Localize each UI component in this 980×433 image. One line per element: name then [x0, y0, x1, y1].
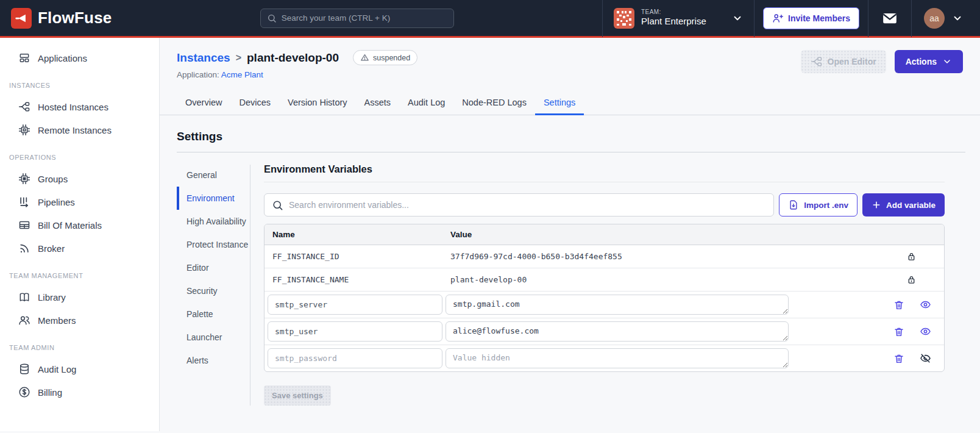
table-row: [265, 345, 944, 371]
subnav-launcher[interactable]: Launcher: [177, 326, 249, 349]
env-var-value: 37f7d969-97cd-4000-b650-b3d4f4eef855: [450, 252, 622, 261]
team-name: Plant Enterprise: [641, 16, 706, 27]
env-var-value-input[interactable]: smtp.gmail.com: [446, 295, 789, 315]
table-row: alice@flowfuse.com: [265, 318, 944, 345]
broker-icon: [18, 242, 30, 254]
table-row: FF_INSTANCE_ID 37f7d969-97cd-4000-b650-b…: [265, 245, 944, 268]
settings-subnav: General Environment High Availability Pr…: [177, 162, 249, 406]
env-variables-table: Name Value FF_INSTANCE_ID 37f7d969-97cd-…: [264, 224, 945, 372]
env-var-name: FF_INSTANCE_ID: [272, 252, 450, 261]
sidebar-item-audit-log[interactable]: Audit Log: [0, 357, 159, 381]
sidebar-item-bill-of-materials[interactable]: Bill Of Materials: [0, 213, 159, 237]
team-selector[interactable]: TEAM: Plant Enterprise: [603, 8, 754, 29]
env-search-input[interactable]: [289, 200, 766, 210]
brand[interactable]: FlowFuse: [11, 8, 112, 29]
tab-version-history[interactable]: Version History: [279, 90, 356, 115]
delete-variable-button[interactable]: [893, 353, 904, 364]
warning-icon: [360, 53, 369, 62]
tab-overview[interactable]: Overview: [177, 90, 230, 115]
sidebar-item-library[interactable]: Library: [0, 285, 159, 309]
sidebar-item-members[interactable]: Members: [0, 309, 159, 332]
env-var-name-input[interactable]: [268, 321, 442, 342]
chevron-down-icon: [942, 57, 952, 66]
invite-members-button[interactable]: Invite Members: [763, 7, 859, 29]
pipelines-icon: [18, 196, 30, 208]
sidebar-item-pipelines[interactable]: Pipelines: [0, 190, 159, 213]
sidebar-item-remote-instances[interactable]: Remote Instances: [0, 118, 159, 141]
subnav-security[interactable]: Security: [177, 279, 249, 302]
env-var-name: FF_INSTANCE_NAME: [272, 275, 450, 284]
table-header-row: Name Value: [265, 224, 944, 245]
column-header-value: Value: [450, 230, 472, 239]
divider: [177, 152, 965, 152]
flowfuse-logo-icon: [11, 8, 32, 29]
team-search-input[interactable]: [282, 13, 447, 23]
subnav-editor[interactable]: Editor: [177, 256, 249, 279]
import-env-button[interactable]: Import .env: [779, 193, 857, 216]
subnav-high-availability[interactable]: High Availability: [177, 210, 249, 233]
env-var-name-input[interactable]: [268, 295, 442, 315]
subnav-protect-instance[interactable]: Protect Instance: [177, 233, 249, 256]
import-file-icon: [788, 199, 799, 210]
user-plus-icon: [772, 13, 783, 24]
user-menu[interactable]: aa: [912, 8, 970, 29]
sidebar-item-groups[interactable]: Groups: [0, 167, 159, 190]
column-header-name: Name: [272, 230, 450, 239]
settings-heading: Settings: [177, 130, 965, 143]
save-settings-button[interactable]: Save settings: [264, 385, 331, 406]
chip-icon: [18, 124, 30, 136]
application-link[interactable]: Acme Plant: [221, 70, 263, 79]
tab-audit-log[interactable]: Audit Log: [399, 90, 453, 115]
top-navbar: FlowFuse TEAM: Plant Enterprise Invite M…: [0, 0, 980, 38]
sidebar-item-broker[interactable]: Broker: [0, 237, 159, 260]
subnav-environment[interactable]: Environment: [177, 187, 249, 210]
tab-devices[interactable]: Devices: [230, 90, 279, 115]
breadcrumb-instances-link[interactable]: Instances: [177, 51, 230, 65]
team-search[interactable]: [260, 9, 454, 28]
actions-button[interactable]: Actions: [895, 50, 963, 73]
table-row: smtp.gmail.com: [265, 292, 944, 318]
sidebar-section-instances: INSTANCES: [0, 70, 159, 95]
sidebar-section-operations: OPERATIONS: [0, 141, 159, 167]
sidebar-item-hosted-instances[interactable]: Hosted Instances: [0, 95, 159, 118]
search-icon: [272, 199, 283, 211]
eye-off-icon[interactable]: [920, 352, 931, 364]
delete-variable-button[interactable]: [893, 299, 904, 310]
sidebar-item-applications[interactable]: Applications: [0, 46, 159, 70]
eye-icon[interactable]: [920, 326, 931, 337]
eye-icon[interactable]: [920, 299, 931, 310]
add-variable-button[interactable]: Add variable: [862, 193, 945, 216]
team-avatar: [614, 8, 634, 29]
avatar: aa: [924, 8, 945, 29]
tab-node-red-logs[interactable]: Node-RED Logs: [453, 90, 535, 115]
breadcrumb-separator: >: [236, 52, 241, 63]
subnav-palette[interactable]: Palette: [177, 302, 249, 326]
env-search[interactable]: [264, 193, 774, 216]
tab-settings[interactable]: Settings: [535, 90, 584, 115]
env-var-value: plant-develop-00: [450, 275, 527, 284]
envelope-icon: [882, 10, 898, 26]
subnav-general[interactable]: General: [177, 163, 249, 187]
env-var-value-input[interactable]: alice@flowfuse.com: [446, 321, 789, 342]
search-icon: [267, 13, 277, 23]
delete-variable-button[interactable]: [893, 326, 904, 337]
chevron-down-icon: [952, 13, 963, 24]
lock-icon: [906, 251, 936, 262]
book-icon: [18, 291, 30, 303]
environment-panel: Environment Variables Import .env A: [250, 162, 954, 406]
table-row: FF_INSTANCE_NAME plant-develop-00: [265, 268, 944, 292]
env-var-name-input[interactable]: [268, 348, 442, 368]
groups-icon: [18, 173, 30, 185]
open-editor-icon: [811, 55, 823, 68]
subnav-alerts[interactable]: Alerts: [177, 349, 249, 372]
tab-assets[interactable]: Assets: [356, 90, 400, 115]
env-var-value-input[interactable]: [446, 348, 789, 368]
notifications-button[interactable]: [868, 10, 911, 26]
status-badge: suspended: [353, 50, 417, 65]
sidebar-item-billing[interactable]: Billing: [0, 381, 159, 404]
table-icon: [18, 219, 30, 231]
sidebar-section-team-admin: TEAM ADMIN: [0, 332, 159, 357]
open-editor-button[interactable]: Open Editor: [801, 50, 886, 73]
main-content: Instances > plant-develop-00 suspended A…: [160, 38, 980, 431]
hosted-instances-icon: [18, 101, 30, 113]
